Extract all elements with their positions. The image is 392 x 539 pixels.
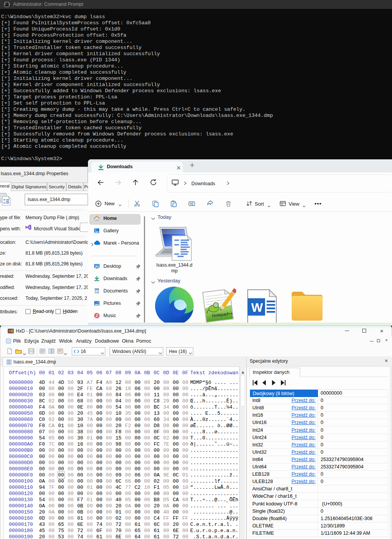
svg-text:W: W xyxy=(251,301,263,314)
